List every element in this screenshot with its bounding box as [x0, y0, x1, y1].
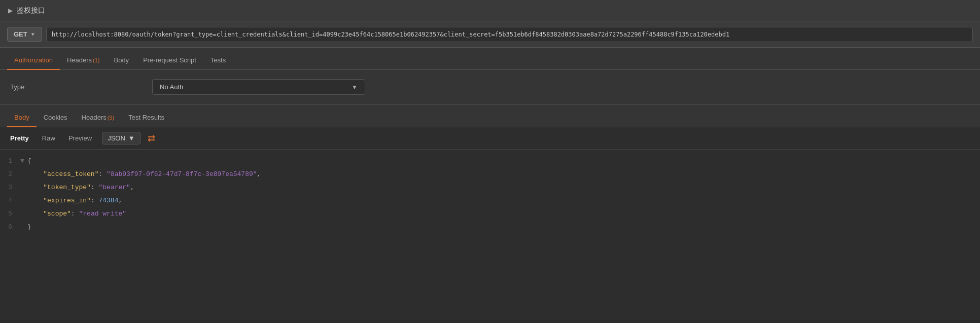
top-bar: ▶ 鉴权接口: [0, 0, 980, 21]
format-chevron-icon: ▼: [128, 134, 135, 142]
pretty-button[interactable]: Pretty: [7, 132, 32, 144]
tab-body[interactable]: Body: [107, 51, 136, 70]
tab-response-body[interactable]: Body: [7, 109, 37, 127]
method-chevron-icon: ▼: [30, 31, 36, 37]
response-tabs: Body Cookies Headers(9) Test Results: [0, 105, 980, 127]
preview-button[interactable]: Preview: [65, 132, 95, 144]
format-type-dropdown[interactable]: JSON ▼: [102, 132, 141, 145]
method-label: GET: [14, 30, 27, 38]
code-line-2: 2 "access_token": "8ab93f97-0f62-47d7-8f…: [0, 168, 980, 181]
method-selector[interactable]: GET ▼: [7, 27, 42, 42]
format-type-value: JSON: [108, 134, 125, 142]
code-line-5: 5 "scope": "read write": [0, 207, 980, 221]
request-tabs: Authorization Headers(1) Body Pre-reques…: [0, 48, 980, 70]
collapse-arrow-icon[interactable]: ▶: [8, 7, 13, 14]
tab-response-cookies[interactable]: Cookies: [37, 109, 75, 127]
auth-type-row: Type No Auth ▼: [0, 70, 980, 104]
response-body: 1 ▼ { 2 "access_token": "8ab93f97-0f62-4…: [0, 150, 980, 239]
code-line-1: 1 ▼ {: [0, 155, 980, 168]
url-bar: GET ▼ http://localhost:8080/oauth/token?…: [0, 21, 980, 48]
code-line-3: 3 "token_type": "bearer",: [0, 181, 980, 194]
request-title: 鉴权接口: [17, 6, 45, 15]
format-bar: Pretty Raw Preview JSON ▼ ⇄: [0, 127, 980, 150]
tab-tests[interactable]: Tests: [203, 51, 233, 70]
tab-authorization[interactable]: Authorization: [7, 51, 60, 70]
auth-type-label: Type: [10, 83, 152, 91]
wrap-text-icon[interactable]: ⇄: [148, 133, 155, 144]
auth-type-chevron-icon: ▼: [352, 84, 358, 91]
raw-button[interactable]: Raw: [39, 132, 58, 144]
code-line-4: 4 "expires_in": 74384,: [0, 194, 980, 207]
tab-response-test-results[interactable]: Test Results: [121, 109, 171, 127]
auth-type-value: No Auth: [160, 83, 183, 91]
tab-response-headers[interactable]: Headers(9): [75, 109, 122, 127]
tab-pre-request-script[interactable]: Pre-request Script: [136, 51, 203, 70]
tab-headers[interactable]: Headers(1): [60, 51, 107, 70]
auth-type-dropdown[interactable]: No Auth ▼: [152, 79, 365, 95]
code-line-6: 6 }: [0, 221, 980, 234]
url-input[interactable]: http://localhost:8080/oauth/token?grant_…: [46, 27, 973, 42]
